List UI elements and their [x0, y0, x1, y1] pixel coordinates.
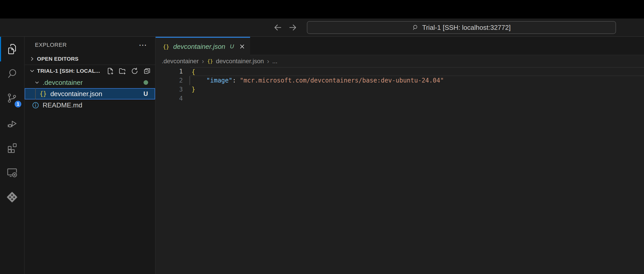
activity-run-debug[interactable]: [0, 111, 24, 135]
scm-badge: 1: [14, 100, 22, 108]
breadcrumb: .devcontainer › {} devcontainer.json › .…: [156, 55, 644, 67]
code-line[interactable]: 3}: [156, 85, 644, 94]
command-center-label: Trial-1 [SSH: localhost:32772]: [422, 24, 510, 32]
macos-menubar-strip: [0, 0, 644, 19]
tab-devcontainer-json[interactable]: {} devcontainer.json U: [156, 37, 250, 55]
activity-search[interactable]: [0, 61, 24, 86]
line-number: 2: [156, 76, 183, 85]
bracket-pair-guide: [190, 76, 190, 85]
file-name: README.md: [43, 101, 82, 109]
workspace-label: TRIAL-1 [SSH: LOCAL...: [37, 68, 100, 74]
code-line-text: [190, 94, 644, 103]
tab-git-badge: U: [230, 43, 234, 50]
remote-explorer-icon: [6, 166, 18, 179]
indent-guide: [35, 88, 36, 99]
new-folder-icon[interactable]: [118, 67, 126, 75]
chevron-down-icon: [29, 68, 35, 74]
collapse-all-icon[interactable]: [143, 67, 151, 75]
debug-icon: [6, 117, 18, 130]
tab-bar: {} devcontainer.json U: [156, 37, 644, 55]
folder-name: .devcontainer: [43, 79, 83, 87]
tree-item-devcontainer-json[interactable]: {} devcontainer.json U: [25, 88, 155, 99]
activity-extensions[interactable]: [0, 135, 24, 160]
tab-bar-empty-space: [250, 37, 644, 55]
search-icon: [6, 67, 18, 80]
file-tree: .devcontainer {} devcontainer.json U REA…: [25, 77, 155, 111]
line-number: 1: [156, 67, 183, 76]
command-center-search[interactable]: Trial-1 [SSH: localhost:32772]: [307, 21, 616, 34]
line-number: 3: [156, 85, 183, 94]
breadcrumb-folder[interactable]: .devcontainer: [162, 58, 199, 65]
search-icon: [412, 24, 419, 31]
workspace-section[interactable]: TRIAL-1 [SSH: LOCAL...: [25, 65, 155, 77]
tab-label: devcontainer.json: [173, 43, 225, 51]
json-file-icon: {}: [207, 58, 213, 64]
chevron-right-icon: [29, 56, 35, 62]
activity-dev-containers[interactable]: [0, 185, 24, 209]
editor-group: {} devcontainer.json U .devcontainer › {…: [156, 37, 644, 274]
extensions-icon: [6, 141, 18, 154]
navigate-forward-icon[interactable]: [288, 19, 298, 36]
titlebar: Trial-1 [SSH: localhost:32772]: [0, 19, 644, 37]
breadcrumb-separator-icon: ›: [267, 57, 269, 65]
refresh-icon[interactable]: [131, 67, 139, 75]
git-untracked-badge: U: [144, 90, 148, 97]
sidebar-title: EXPLORER: [25, 42, 67, 48]
info-icon: [32, 102, 39, 109]
open-editors-label: OPEN EDITORS: [37, 56, 79, 62]
code-line-text: "image": "mcr.microsoft.com/devcontainer…: [190, 76, 644, 85]
activity-remote-explorer[interactable]: [0, 160, 24, 185]
tree-item-readme[interactable]: README.md: [25, 99, 155, 111]
line-number: 4: [156, 94, 183, 103]
open-editors-section[interactable]: OPEN EDITORS: [25, 53, 155, 65]
navigate-back-icon[interactable]: [273, 19, 283, 36]
explorer-sidebar: EXPLORER ⋯ OPEN EDITORS TRIAL-1 [SSH: LO…: [25, 37, 156, 274]
code-line[interactable]: 1{: [156, 67, 644, 76]
close-tab-icon[interactable]: [239, 43, 245, 50]
chevron-down-icon: [34, 79, 40, 86]
breadcrumb-file[interactable]: devcontainer.json: [216, 58, 264, 65]
tree-item-devcontainer-folder[interactable]: .devcontainer: [25, 77, 155, 88]
activity-bar: 1: [0, 37, 25, 274]
code-editor[interactable]: 1{2 "image": "mcr.microsoft.com/devconta…: [156, 67, 644, 103]
code-line-text: {: [190, 67, 644, 76]
activity-source-control[interactable]: 1: [0, 86, 24, 111]
code-line[interactable]: 2 "image": "mcr.microsoft.com/devcontain…: [156, 76, 644, 85]
json-file-icon: {}: [40, 90, 46, 97]
breadcrumb-separator-icon: ›: [202, 57, 204, 65]
breadcrumb-symbol[interactable]: ...: [272, 58, 277, 65]
activity-explorer[interactable]: [0, 37, 24, 61]
git-modified-dot: [144, 80, 148, 85]
file-name: devcontainer.json: [50, 90, 102, 98]
code-line-text: }: [190, 85, 644, 94]
code-line[interactable]: 4: [156, 94, 644, 103]
json-file-icon: {}: [163, 43, 169, 50]
files-icon: [6, 43, 18, 56]
containers-diamond-icon: [6, 191, 18, 204]
new-file-icon[interactable]: [106, 67, 114, 75]
